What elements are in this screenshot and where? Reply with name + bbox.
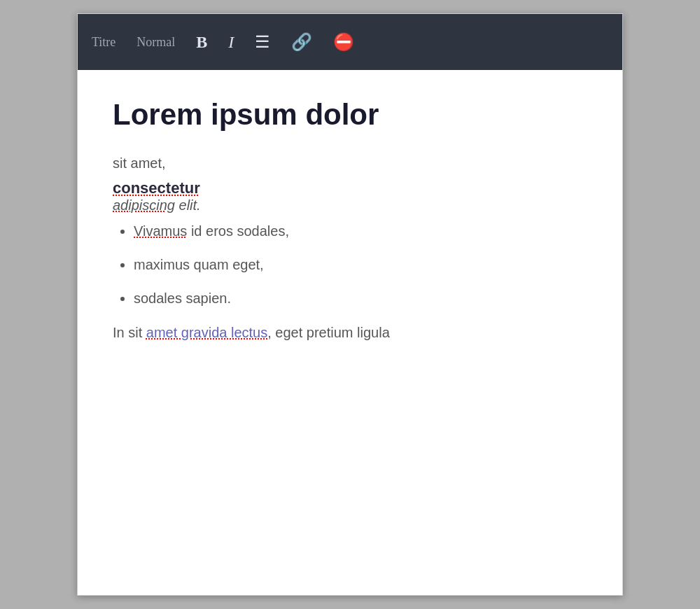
bold-button[interactable]: B bbox=[196, 33, 207, 52]
line-1: sit amet, bbox=[113, 153, 587, 174]
link-prefix: In sit bbox=[113, 325, 146, 340]
link-button[interactable]: 🔗 bbox=[291, 32, 312, 52]
list-item-vivamus: Vivamus bbox=[134, 223, 187, 239]
list-item: maximus quam eget, bbox=[134, 254, 587, 275]
content-area[interactable]: Lorem ipsum dolor sit amet, consectetur … bbox=[78, 70, 622, 595]
bold-word: consectetur bbox=[113, 179, 587, 197]
italic-underlined: adipiscing bbox=[113, 197, 175, 213]
toolbar-titre[interactable]: Titre bbox=[92, 35, 115, 50]
toolbar-normal[interactable]: Normal bbox=[136, 35, 175, 50]
bullet-list: Vivamus id eros sodales, maximus quam eg… bbox=[113, 220, 587, 309]
italic-line: adipiscing elit. bbox=[113, 197, 587, 214]
italic-button[interactable]: I bbox=[228, 33, 234, 52]
unlink-button[interactable]: ⛔ bbox=[333, 32, 354, 52]
link-paragraph: In sit amet gravida lectus, eget pretium… bbox=[113, 321, 587, 344]
link-suffix: , eget pretium ligula bbox=[267, 325, 390, 340]
list-item: Vivamus id eros sodales, bbox=[134, 220, 587, 241]
toolbar: Titre Normal B I ☰ 🔗 ⛔ bbox=[78, 14, 622, 70]
italic-rest: elit. bbox=[175, 197, 201, 213]
document-title: Lorem ipsum dolor bbox=[113, 98, 587, 132]
hyperlink[interactable]: amet gravida lectus bbox=[146, 325, 267, 340]
list-item: sodales sapien. bbox=[134, 288, 587, 309]
list-button[interactable]: ☰ bbox=[255, 32, 270, 52]
editor-container: Titre Normal B I ☰ 🔗 ⛔ Lorem ipsum dolor… bbox=[77, 13, 623, 596]
